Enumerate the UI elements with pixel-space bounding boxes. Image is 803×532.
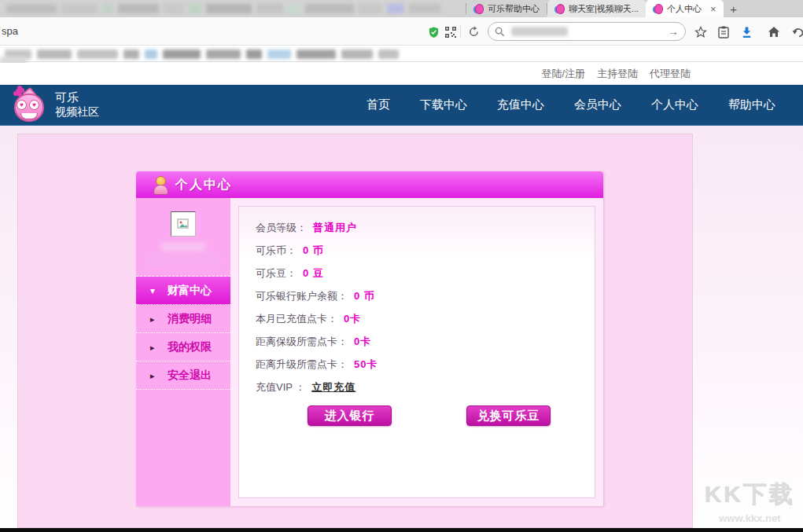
broken-avatar-image[interactable] bbox=[171, 211, 196, 237]
bookmark-star-icon[interactable] bbox=[694, 25, 707, 39]
new-tab-button[interactable]: + bbox=[724, 0, 744, 17]
chevron-right-icon bbox=[150, 314, 155, 324]
home-icon[interactable] bbox=[767, 25, 780, 39]
site-favicon bbox=[554, 4, 565, 14]
search-go-icon[interactable]: → bbox=[668, 25, 679, 38]
qr-code-icon[interactable] bbox=[444, 25, 457, 39]
sidebar-item-my-permissions[interactable]: 我的权限 bbox=[136, 333, 230, 361]
watermark-url: www.kkx.net bbox=[705, 512, 795, 524]
recharge-now-link[interactable]: 立即充值 bbox=[311, 380, 355, 394]
chevron-right-icon bbox=[150, 342, 155, 352]
heart-eye-icon: ♥ bbox=[29, 100, 39, 110]
tab-label: 个人中心 bbox=[667, 3, 702, 15]
undo-icon[interactable] bbox=[791, 25, 803, 39]
security-shield-icon[interactable] bbox=[427, 25, 440, 39]
watermark-title: KK下载 bbox=[705, 479, 795, 511]
row-recharge-vip: 充值VIP ：立即充值 bbox=[256, 376, 595, 398]
tab-chat-room[interactable]: 聊天室|视频聊天... bbox=[547, 0, 646, 17]
nav-recharge-center[interactable]: 充值中心 bbox=[497, 97, 544, 112]
host-login-link[interactable]: 主持登陆 bbox=[597, 67, 638, 81]
site-favicon bbox=[653, 4, 663, 14]
person-icon bbox=[153, 176, 167, 193]
reload-icon[interactable] bbox=[467, 25, 481, 39]
tab-personal-center-active[interactable]: 个人中心 × bbox=[646, 0, 724, 17]
browser-toolbar: spa → bbox=[0, 17, 803, 46]
nav-help-center[interactable]: 帮助中心 bbox=[728, 97, 775, 112]
toolbar-divider bbox=[460, 24, 461, 39]
content-column: 会员等级：普通用户 可乐币：0 币 可乐豆：0 豆 可乐银行账户余额：0 币 本… bbox=[230, 198, 603, 506]
download-icon[interactable] bbox=[740, 25, 753, 39]
row-cola-bean: 可乐豆：0 豆 bbox=[256, 262, 595, 284]
site-logo[interactable]: ♥ ♥ 可乐 视频社区 bbox=[11, 87, 99, 123]
row-member-level: 会员等级：普通用户 bbox=[256, 216, 595, 239]
row-value: 0卡 bbox=[354, 335, 371, 349]
censored-search-query bbox=[511, 27, 568, 36]
chevron-down-icon bbox=[150, 285, 155, 296]
flower-icon bbox=[16, 89, 20, 94]
sidebar-item-wealth-center[interactable]: 财富中心 bbox=[136, 277, 230, 305]
row-value: 50卡 bbox=[354, 358, 378, 372]
nav-home[interactable]: 首页 bbox=[367, 97, 390, 112]
browser-tab-bar: 可乐帮助中心 聊天室|视频聊天... 个人中心 × + bbox=[0, 0, 803, 17]
heart-eye-icon: ♥ bbox=[17, 100, 27, 110]
tab-label: 可乐帮助中心 bbox=[488, 3, 540, 15]
broken-image-icon bbox=[177, 218, 190, 230]
tab-label: 聊天室|视频聊天... bbox=[569, 3, 639, 15]
sidebar-item-safe-logout[interactable]: 安全退出 bbox=[136, 361, 230, 390]
avatar-area bbox=[136, 198, 230, 277]
clipboard-icon[interactable] bbox=[716, 25, 730, 39]
site-favicon bbox=[473, 4, 484, 14]
main-navbar: ♥ ♥ 可乐 视频社区 首页 下载中心 充值中心 会员中心 个人中心 帮助中心 bbox=[0, 85, 803, 126]
nav-menu: 首页 下载中心 充值中心 会员中心 个人中心 帮助中心 bbox=[367, 97, 775, 112]
sidebar: 财富中心 消费明细 我的权限 安全退出 bbox=[136, 198, 230, 506]
search-input[interactable]: → bbox=[488, 22, 686, 41]
url-text[interactable]: spa bbox=[2, 25, 18, 37]
personal-center-panel: 个人中心 财富中心 消费明细 bbox=[136, 171, 603, 506]
censored-window-tabs bbox=[6, 2, 462, 15]
nav-personal-center[interactable]: 个人中心 bbox=[651, 97, 698, 112]
mascot-mouth bbox=[20, 113, 38, 119]
panel-title: 个人中心 bbox=[175, 177, 232, 193]
nav-download-center[interactable]: 下载中心 bbox=[420, 97, 467, 112]
logo-text: 可乐 视频社区 bbox=[55, 90, 99, 119]
tab-close-icon[interactable]: × bbox=[710, 3, 716, 15]
row-value: 普通用户 bbox=[313, 221, 357, 235]
nav-member-center[interactable]: 会员中心 bbox=[574, 97, 621, 112]
agent-login-link[interactable]: 代理登陆 bbox=[650, 67, 691, 81]
row-cola-coin: 可乐币：0 币 bbox=[256, 239, 595, 262]
bottom-bar bbox=[0, 528, 803, 532]
exchange-beans-button[interactable]: 兑换可乐豆 bbox=[466, 405, 551, 426]
action-buttons-row: 进入银行 兑换可乐豆 bbox=[256, 405, 595, 426]
bookmarks-bar bbox=[0, 46, 803, 62]
site-watermark: KK下载 www.kkx.net bbox=[705, 479, 795, 524]
login-register-link[interactable]: 登陆/注册 bbox=[541, 67, 585, 81]
account-links-row: 登陆/注册 主持登陆 代理登陆 bbox=[0, 63, 803, 85]
search-icon bbox=[495, 27, 505, 37]
censored-username bbox=[145, 255, 221, 266]
mascot-icon: ♥ ♥ bbox=[11, 87, 47, 123]
row-keep-level-cards: 距离保级所需点卡：0卡 bbox=[256, 330, 595, 353]
row-month-recharged: 本月已充值点卡：0卡 bbox=[256, 307, 595, 330]
row-value: 0 币 bbox=[354, 289, 375, 303]
tab-help-center[interactable]: 可乐帮助中心 bbox=[466, 0, 547, 17]
sidebar-item-consumption-detail[interactable]: 消费明细 bbox=[136, 305, 230, 333]
censored-username bbox=[161, 242, 205, 252]
row-upgrade-cards: 距离升级所需点卡：50卡 bbox=[256, 353, 595, 376]
panel-header: 个人中心 bbox=[136, 171, 603, 198]
row-value: 0 币 bbox=[303, 244, 324, 258]
enter-bank-button[interactable]: 进入银行 bbox=[308, 405, 392, 426]
page-background: 个人中心 财富中心 消费明细 bbox=[0, 126, 803, 532]
row-value: 0 豆 bbox=[303, 266, 324, 281]
row-bank-balance: 可乐银行账户余额：0 币 bbox=[256, 284, 595, 307]
row-value: 0卡 bbox=[344, 312, 361, 326]
account-info-box: 会员等级：普通用户 可乐币：0 币 可乐豆：0 豆 可乐银行账户余额：0 币 本… bbox=[238, 206, 595, 498]
censored-bookmarks bbox=[5, 49, 399, 59]
chevron-right-icon bbox=[150, 370, 155, 380]
